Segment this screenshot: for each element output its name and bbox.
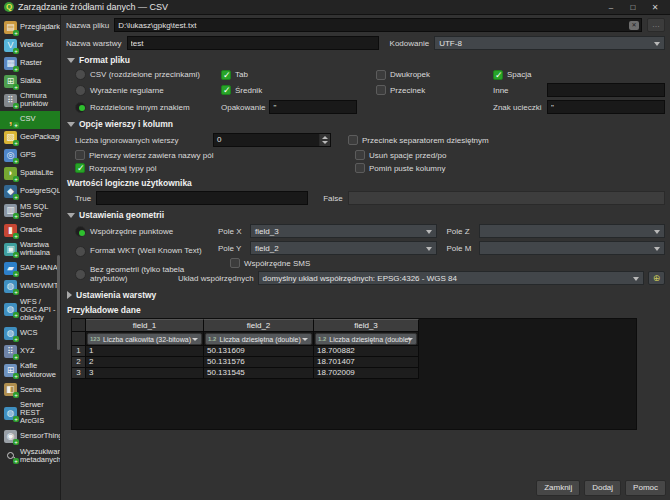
field-type-select[interactable]: 1.2Liczba dziesiętna (double) (205, 333, 312, 345)
crs-picker-button[interactable]: ⊕ (648, 271, 665, 285)
help-button[interactable]: Pomoc (625, 480, 666, 496)
field-y-select[interactable]: field_2 (250, 241, 437, 255)
checkbox-detect-types[interactable]: Rozpoznaj typy pól (66, 163, 334, 173)
sidebar-item-wyszukiwanie-metadanych[interactable]: Wyszukiwanie metadanych (0, 446, 60, 467)
false-value-input[interactable] (348, 191, 665, 205)
radio-point-coordinates[interactable]: Współrzędne punktowe (75, 226, 212, 237)
quote-input[interactable] (269, 100, 357, 114)
encoding-select[interactable]: UTF-8 (434, 36, 665, 50)
checkbox-trim-spaces[interactable]: Usuń spacje przed/po (355, 150, 446, 160)
sidebar-item-label: GeoPackage (20, 133, 61, 141)
field-x-select[interactable]: field_3 (250, 224, 437, 238)
radio-circle (75, 85, 86, 96)
skip-lines-spinner[interactable]: 0 (213, 133, 331, 147)
sidebar-item-csv[interactable]: ,CSV (0, 111, 60, 129)
checkbox-skip-empty-columns[interactable]: Pomiń puste kolumny (355, 163, 445, 173)
sidebar-item-wms-wmts[interactable]: ◍WMS/WMTS (0, 278, 60, 296)
browse-file-button[interactable]: … (647, 18, 665, 32)
table-row[interactable]: 2 2 50.131576 18.701407 (72, 357, 636, 368)
checkbox-box (355, 150, 365, 160)
section-expand-icon[interactable] (67, 58, 75, 63)
sidebar-item-wfs-ogc-api[interactable]: ◍WFS / OGC API - obiekty (0, 296, 60, 325)
checkbox-tab[interactable]: Tab (221, 70, 371, 80)
spinner-arrows-icon[interactable] (319, 134, 330, 146)
sidebar-item-przegladarka[interactable]: ▤Przeglądarka (0, 18, 60, 36)
sidebar-item-oracle[interactable]: ▮Oracle (0, 221, 60, 239)
checkbox-comma[interactable]: Przecinek (376, 85, 488, 95)
raster-icon: ▦ (4, 57, 17, 70)
other-delimiter-label: Inne (493, 86, 543, 95)
field-type-select[interactable]: 1.2Liczba dziesiętna (double) (315, 333, 417, 345)
minimize-button[interactable]: – (600, 0, 622, 15)
file-name-input[interactable] (114, 18, 642, 32)
sidebar-item-chmura-punktow[interactable]: ⠿Chmura punktów (0, 90, 60, 111)
sidebar-item-gps[interactable]: ◎GPS (0, 147, 60, 165)
layer-name-input[interactable] (127, 36, 379, 50)
sidebar-item-siatka[interactable]: ⊞Siatka (0, 72, 60, 90)
field-m-select[interactable] (479, 241, 666, 255)
checkbox-colon[interactable]: Dwukropek (376, 70, 488, 80)
field-type-value: Liczba całkowita (32-bitowa) (103, 336, 191, 343)
table-row[interactable]: 3 3 50.131545 18.702009 (72, 368, 636, 379)
field-z-select[interactable] (479, 224, 666, 238)
radio-wkt[interactable]: Format WKT (Well Known Text) (75, 246, 212, 257)
sidebar-item-ms-sql-server[interactable]: ▥MS SQL Server (0, 201, 60, 222)
sidebar-item-wektor[interactable]: VWektor (0, 36, 60, 54)
sidebar-item-serwer-rest-arcgis[interactable]: ◍Serwer REST ArcGIS (0, 399, 60, 428)
skip-lines-label: Liczba ignorowanych wierszy (66, 136, 208, 145)
maximize-button[interactable]: □ (622, 0, 644, 15)
data-source-manager-window: Q Zarządzanie źródłami danych — CSV – □ … (0, 0, 670, 500)
sidebar-item-sap-hana[interactable]: ▰SAP HANA (0, 260, 60, 278)
checkbox-semicolon[interactable]: Średnik (221, 85, 371, 95)
checkbox-box (221, 85, 231, 95)
table-cell: 50.131609 (204, 346, 314, 357)
sidebar-item-wcs[interactable]: ◍WCS (0, 324, 60, 342)
false-label: False (323, 194, 343, 203)
section-expand-icon[interactable] (67, 213, 75, 218)
add-button[interactable]: Dodaj (584, 480, 621, 496)
close-dialog-button[interactable]: Zamknij (536, 480, 580, 496)
sidebar-item-label: Siatka (20, 77, 41, 85)
sidebar-item-geopackage[interactable]: ▧GeoPackage (0, 129, 60, 147)
clear-text-icon[interactable]: ✕ (629, 21, 639, 30)
checkbox-box (493, 70, 503, 80)
field-type-select[interactable]: 123Liczba całkowita (32-bitowa) (87, 333, 202, 345)
folder-icon: ▤ (4, 21, 17, 34)
xyz-tiles-icon: ⠿ (4, 345, 17, 358)
layer-settings-title: Ustawienia warstwy (76, 290, 156, 300)
radio-custom-delimiters[interactable]: Rozdzielone innym znakiem (66, 102, 216, 113)
sidebar-item-sensorthings[interactable]: ◉SensorThings (0, 428, 60, 446)
sidebar-item-xyz[interactable]: ⠿XYZ (0, 342, 60, 360)
escape-input[interactable] (547, 100, 665, 114)
checkbox-decimal-comma[interactable]: Przecinek separatorem dziesiętnym (348, 135, 489, 145)
sidebar-item-scena[interactable]: ◧Scena (0, 381, 60, 399)
row-number: 2 (72, 357, 86, 368)
radio-csv-comma[interactable]: CSV (rozdzielone przecinkami) (66, 69, 216, 80)
checkbox-space[interactable]: Spacja (493, 70, 665, 80)
table-cell: 2 (86, 357, 204, 368)
section-expand-icon[interactable] (67, 122, 75, 127)
sidebar-scrollbar[interactable] (57, 255, 60, 350)
checkbox-first-row-names[interactable]: Pierwszy wiersz zawiera nazwy pól (66, 150, 334, 160)
true-value-input[interactable] (96, 191, 308, 205)
column-header[interactable]: field_3 (314, 319, 419, 332)
csv-settings-panel: Nazwa pliku ✕ … Nazwa warstwy Kodowanie … (61, 15, 670, 500)
column-header[interactable]: field_1 (86, 319, 204, 332)
mesh-icon: ⊞ (4, 75, 17, 88)
checkbox-box (75, 163, 85, 173)
table-row[interactable]: 1 1 50.131609 18.700882 (72, 346, 636, 357)
column-header[interactable]: field_2 (204, 319, 314, 332)
sidebar-item-raster[interactable]: ▦Raster (0, 54, 60, 72)
checkbox-dms-coordinates[interactable]: Współrzędne SMS (230, 258, 310, 268)
section-collapsed-icon[interactable] (67, 291, 72, 299)
sidebar-item-warstwa-wirtualna[interactable]: ▣Warstwa wirtualna (0, 239, 60, 260)
gps-icon: ◎ (4, 149, 17, 162)
close-button[interactable]: ✕ (644, 0, 666, 15)
other-delimiter-input[interactable] (547, 83, 665, 97)
radio-regex[interactable]: Wyrażenie regularne (66, 85, 216, 96)
sidebar-item-kafle-wektorowe[interactable]: ⊞Kafle wektorowe (0, 360, 60, 381)
crs-select[interactable]: domyślny układ współrzędnych: EPSG:4326 … (258, 271, 644, 285)
sidebar-item-spatialite[interactable]: ◗SpatiaLite (0, 165, 60, 183)
sidebar-item-label: Kafle wektorowe (20, 362, 58, 379)
sidebar-item-postgresql[interactable]: ◆PostgreSQL (0, 183, 60, 201)
